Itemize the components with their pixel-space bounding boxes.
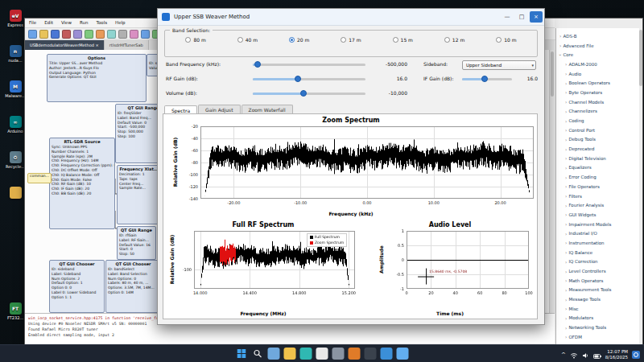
tree-item-ads-b[interactable]: ›ADS-B — [556, 31, 642, 41]
file-explorer-icon[interactable] — [284, 348, 296, 360]
start-button-icon[interactable] — [236, 348, 248, 360]
minimize-button[interactable]: — — [501, 11, 514, 23]
tree-item-measurement-tools[interactable]: ›Measurement Tools — [556, 286, 642, 295]
tree-item-advanced-file[interactable]: ›Advanced File — [556, 41, 642, 51]
open-toolbar-button[interactable] — [39, 30, 48, 39]
tree-item-iq-correction[interactable]: ›IQ Correction — [556, 257, 642, 267]
redo-toolbar-button[interactable] — [130, 30, 138, 39]
tree-item-boolean-operators[interactable]: ›Boolean Operators — [556, 78, 642, 88]
edge-browser-icon[interactable] — [300, 348, 312, 360]
slider-handle[interactable] — [300, 90, 307, 97]
tree-item-math-operators[interactable]: ›Math Operators — [556, 276, 642, 286]
zoom-spectrum-plot[interactable] — [200, 126, 534, 199]
battery-icon[interactable] — [593, 347, 601, 362]
new-toolbar-button[interactable] — [28, 30, 37, 39]
tree-item-level-controllers[interactable]: ›Level Controllers — [556, 266, 642, 276]
menu-edit[interactable]: Edit — [40, 19, 57, 27]
tree-item-control-port[interactable]: ›Control Port — [556, 125, 642, 135]
wifi-icon[interactable] — [570, 347, 578, 362]
band-radio-20-m[interactable]: 20 m — [289, 37, 309, 43]
tree-item-file-operators[interactable]: ›File Operators — [556, 182, 642, 191]
maximize-button[interactable]: □ — [515, 11, 528, 23]
slider-handle[interactable] — [254, 61, 261, 68]
if-gain-slider[interactable] — [462, 73, 512, 84]
tree-item-networking-tools[interactable]: ›Networking Tools — [556, 323, 642, 332]
save-toolbar-button[interactable] — [51, 30, 60, 39]
flowgraph-tab-rtlsdrhftunersab[interactable]: rtlsdrHfTunerSab — [105, 40, 149, 50]
code-editor-icon[interactable] — [381, 348, 393, 360]
menu-view[interactable]: View — [57, 19, 76, 27]
print-toolbar-button[interactable] — [73, 30, 82, 39]
close-toolbar-button[interactable] — [62, 30, 71, 39]
band-radio-10-m[interactable]: 10 m — [496, 37, 516, 43]
tree-item-adalm-2000[interactable]: ›ADALM-2000 — [556, 60, 642, 69]
tree-item-audio[interactable]: ›Audio — [556, 69, 642, 79]
tree-item-gui-widgets[interactable]: ›GUI Widgets — [556, 210, 642, 220]
tree-item-debug-tools[interactable]: ›Debug Tools — [556, 135, 642, 145]
band-radio-40-m[interactable]: 40 m — [237, 37, 258, 43]
tree-item-error-coding[interactable]: ›Error Coding — [556, 172, 642, 182]
tray-chevron-icon[interactable]: ^ — [561, 352, 566, 358]
settings-icon[interactable] — [332, 348, 345, 360]
close-button[interactable]: × — [530, 11, 543, 23]
block-options[interactable]: OptionsTitle: Upper SS...aver MethodAuth… — [47, 54, 147, 102]
taskbar-clock[interactable]: 12:07 PM 8/16/2025 — [605, 349, 628, 360]
block-library-scrollbar[interactable] — [639, 28, 642, 344]
task-view-button-icon[interactable] — [268, 348, 280, 360]
volume-slider[interactable] — [253, 88, 365, 99]
tree-item-misc[interactable]: ›Misc — [556, 304, 642, 314]
slider-handle[interactable] — [295, 76, 301, 82]
tree-item-channelizers[interactable]: ›Channelizers — [556, 107, 642, 117]
tree-item-modulators[interactable]: ›Modulators — [556, 314, 642, 323]
browser-icon[interactable] — [316, 348, 328, 360]
band-radio-15-m[interactable]: 15 m — [393, 37, 413, 43]
band-radio-17-m[interactable]: 17 m — [341, 37, 361, 43]
menu-tools[interactable]: Tools — [92, 19, 111, 27]
tree-item-core[interactable]: ›Core — [556, 50, 642, 60]
block-chooser-sideband[interactable]: QT GUI ChooserID: sidebandLabel: Sideban… — [49, 260, 105, 313]
paste-toolbar-button[interactable] — [107, 30, 116, 39]
block-rf-gain-range[interactable]: QT GUI RangeID: rfGainLabel: RF Gain...D… — [117, 226, 156, 260]
tree-item-impairment-models[interactable]: ›Impairment Models — [556, 220, 642, 229]
band-radio-80-m[interactable]: 80 m — [185, 37, 205, 43]
volume-icon[interactable] — [582, 347, 589, 362]
block-rtlsdr-source[interactable]: RTL-SDR SourceSync: Unknown PPSNumber Ch… — [49, 138, 115, 229]
canvas-scrollbar[interactable] — [549, 50, 555, 313]
audio-level-plot[interactable] — [407, 231, 529, 289]
gnuradio-app-icon[interactable] — [349, 348, 361, 360]
find-toolbar-button[interactable] — [141, 30, 150, 39]
menu-file[interactable]: File — [25, 19, 40, 27]
tree-item-iq-balance[interactable]: ›IQ Balance — [556, 248, 642, 257]
search-button-icon[interactable] — [252, 348, 264, 360]
band-frequency-slider[interactable] — [253, 59, 365, 70]
block-commands-note[interactable]: comman... — [27, 173, 52, 183]
mail-icon[interactable] — [397, 348, 409, 360]
block-chooser-band[interactable]: QT GUI ChooserID: bandSelectLabel: Band … — [105, 260, 161, 313]
tree-item-byte-operators[interactable]: ›Byte Operators — [556, 88, 642, 97]
tree-item-coding[interactable]: ›Coding — [556, 116, 642, 125]
tree-item-equalizers[interactable]: ›Equalizers — [556, 163, 642, 173]
tree-item-filters[interactable]: ›Filters — [556, 191, 642, 201]
tree-item-digital-television[interactable]: ›Digital Television — [556, 154, 642, 163]
menu-help[interactable]: Help — [111, 19, 130, 27]
tree-item-ofdm[interactable]: ›OFDM — [556, 332, 642, 342]
rf-gain-slider[interactable] — [253, 73, 365, 84]
band-radio-12-m[interactable]: 12 m — [444, 37, 464, 43]
tree-item-industrial-i-o[interactable]: ›Industrial I/O — [556, 228, 642, 238]
undo-toolbar-button[interactable] — [118, 30, 127, 39]
flowgraph-tab-usbdemodulatorweavermethod[interactable]: USBdemodulatorWeaverMethod × — [25, 40, 105, 50]
slider-handle[interactable] — [481, 76, 488, 82]
tree-item-deprecated[interactable]: ›Deprecated — [556, 144, 642, 154]
dialog-title-bar[interactable]: Upper SSB Weaver Method —□× — [158, 9, 544, 26]
terminal-icon[interactable] — [365, 348, 377, 360]
block-freq-xlating[interactable]: Frequency Xlat...Decimation: 1Taps: taps… — [117, 165, 161, 224]
tree-item-instrumentation[interactable]: ›Instrumentation — [556, 238, 642, 248]
tree-item-message-tools[interactable]: ›Message Tools — [556, 294, 642, 304]
cut-toolbar-button[interactable] — [85, 30, 93, 39]
copy-toolbar-button[interactable] — [96, 30, 105, 39]
menu-run[interactable]: Run — [76, 19, 93, 27]
tree-item-fourier-analysis[interactable]: ›Fourier Analysis — [556, 200, 642, 210]
notification-badge[interactable] — [632, 351, 640, 359]
tree-item-channel-models[interactable]: ›Channel Models — [556, 97, 642, 107]
sideband-dropdown[interactable]: Upper Sideband ▾ — [462, 60, 536, 70]
